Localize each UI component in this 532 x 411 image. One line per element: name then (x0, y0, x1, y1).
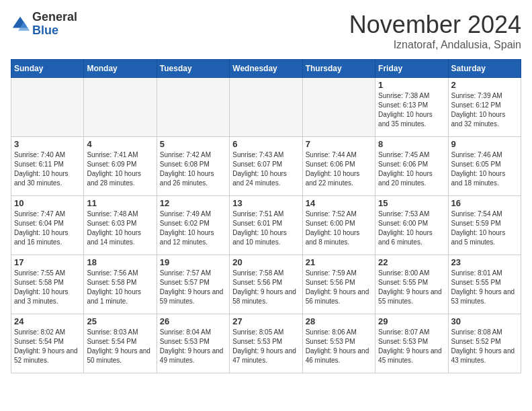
location-title: Iznatoraf, Andalusia, Spain (349, 39, 521, 51)
day-info: Sunrise: 7:55 AM Sunset: 5:58 PM Dayligh… (14, 269, 81, 306)
day-number: 28 (306, 316, 372, 326)
day-number: 26 (160, 316, 226, 326)
day-number: 4 (87, 139, 153, 149)
calendar-cell: 14Sunrise: 7:52 AM Sunset: 6:00 PM Dayli… (302, 196, 375, 255)
calendar-cell (84, 78, 157, 137)
calendar-cell: 24Sunrise: 8:02 AM Sunset: 5:54 PM Dayli… (11, 314, 84, 373)
day-info: Sunrise: 7:47 AM Sunset: 6:04 PM Dayligh… (14, 210, 81, 247)
day-number: 5 (160, 139, 226, 149)
calendar-cell: 30Sunrise: 8:08 AM Sunset: 5:52 PM Dayli… (448, 314, 521, 373)
calendar-header: SundayMondayTuesdayWednesdayThursdayFrid… (11, 60, 521, 78)
day-number: 11 (87, 198, 153, 208)
day-number: 30 (451, 316, 518, 326)
logo-icon (11, 15, 30, 34)
day-number: 19 (160, 257, 226, 267)
day-number: 27 (232, 316, 299, 326)
header: General Blue November 2024 Iznatoraf, An… (11, 11, 521, 51)
day-number: 14 (306, 198, 372, 208)
day-number: 15 (378, 198, 445, 208)
calendar-cell: 6Sunrise: 7:43 AM Sunset: 6:07 PM Daylig… (230, 137, 302, 196)
calendar-cell: 12Sunrise: 7:49 AM Sunset: 6:02 PM Dayli… (157, 196, 229, 255)
calendar-week: 10Sunrise: 7:47 AM Sunset: 6:04 PM Dayli… (11, 196, 521, 255)
logo-text: General Blue (32, 11, 77, 38)
calendar-body: 1Sunrise: 7:38 AM Sunset: 6:13 PM Daylig… (11, 78, 521, 373)
calendar-cell: 4Sunrise: 7:41 AM Sunset: 6:09 PM Daylig… (84, 137, 157, 196)
day-info: Sunrise: 8:05 AM Sunset: 5:53 PM Dayligh… (232, 328, 299, 365)
day-number: 7 (306, 139, 372, 149)
calendar-cell: 8Sunrise: 7:45 AM Sunset: 6:06 PM Daylig… (375, 137, 448, 196)
day-info: Sunrise: 8:02 AM Sunset: 5:54 PM Dayligh… (14, 328, 81, 365)
calendar-cell: 27Sunrise: 8:05 AM Sunset: 5:53 PM Dayli… (230, 314, 302, 373)
calendar-table: SundayMondayTuesdayWednesdayThursdayFrid… (11, 59, 521, 373)
calendar-cell: 25Sunrise: 8:03 AM Sunset: 5:54 PM Dayli… (84, 314, 157, 373)
day-info: Sunrise: 7:46 AM Sunset: 6:05 PM Dayligh… (451, 150, 518, 188)
calendar-week: 1Sunrise: 7:38 AM Sunset: 6:13 PM Daylig… (11, 78, 521, 137)
logo-blue: Blue (32, 24, 58, 37)
calendar-cell: 2Sunrise: 7:39 AM Sunset: 6:12 PM Daylig… (448, 78, 521, 137)
calendar-cell: 13Sunrise: 7:51 AM Sunset: 6:01 PM Dayli… (230, 196, 302, 255)
calendar-cell: 9Sunrise: 7:46 AM Sunset: 6:05 PM Daylig… (448, 137, 521, 196)
calendar-cell: 22Sunrise: 8:00 AM Sunset: 5:55 PM Dayli… (375, 255, 448, 314)
day-number: 23 (451, 257, 518, 267)
day-info: Sunrise: 8:01 AM Sunset: 5:55 PM Dayligh… (451, 269, 518, 306)
calendar-cell (230, 78, 302, 137)
day-info: Sunrise: 7:41 AM Sunset: 6:09 PM Dayligh… (87, 150, 153, 188)
day-info: Sunrise: 7:57 AM Sunset: 5:57 PM Dayligh… (160, 269, 226, 306)
calendar-cell: 23Sunrise: 8:01 AM Sunset: 5:55 PM Dayli… (448, 255, 521, 314)
calendar-week: 24Sunrise: 8:02 AM Sunset: 5:54 PM Dayli… (11, 314, 521, 373)
day-info: Sunrise: 7:54 AM Sunset: 5:59 PM Dayligh… (451, 210, 518, 247)
calendar-cell: 10Sunrise: 7:47 AM Sunset: 6:04 PM Dayli… (11, 196, 84, 255)
day-number: 21 (306, 257, 372, 267)
calendar-cell (11, 78, 84, 137)
day-info: Sunrise: 7:49 AM Sunset: 6:02 PM Dayligh… (160, 210, 226, 247)
calendar-cell (157, 78, 229, 137)
day-number: 18 (87, 257, 153, 267)
day-info: Sunrise: 7:48 AM Sunset: 6:03 PM Dayligh… (87, 210, 153, 247)
day-info: Sunrise: 7:51 AM Sunset: 6:01 PM Dayligh… (232, 210, 299, 247)
day-number: 6 (232, 139, 299, 149)
day-info: Sunrise: 7:59 AM Sunset: 5:56 PM Dayligh… (306, 269, 372, 306)
calendar-week: 3Sunrise: 7:40 AM Sunset: 6:11 PM Daylig… (11, 137, 521, 196)
calendar-cell: 29Sunrise: 8:07 AM Sunset: 5:53 PM Dayli… (375, 314, 448, 373)
day-info: Sunrise: 7:56 AM Sunset: 5:58 PM Dayligh… (87, 269, 153, 306)
day-info: Sunrise: 8:04 AM Sunset: 5:53 PM Dayligh… (160, 328, 226, 365)
day-number: 12 (160, 198, 226, 208)
calendar-cell: 18Sunrise: 7:56 AM Sunset: 5:58 PM Dayli… (84, 255, 157, 314)
weekday-header: Wednesday (230, 60, 302, 78)
calendar-cell: 21Sunrise: 7:59 AM Sunset: 5:56 PM Dayli… (302, 255, 375, 314)
day-info: Sunrise: 8:00 AM Sunset: 5:55 PM Dayligh… (378, 269, 445, 306)
calendar-cell: 20Sunrise: 7:58 AM Sunset: 5:56 PM Dayli… (230, 255, 302, 314)
day-number: 16 (451, 198, 518, 208)
day-info: Sunrise: 7:39 AM Sunset: 6:12 PM Dayligh… (451, 91, 518, 129)
weekday-header: Monday (84, 60, 157, 78)
calendar-cell: 11Sunrise: 7:48 AM Sunset: 6:03 PM Dayli… (84, 196, 157, 255)
day-number: 25 (87, 316, 153, 326)
day-info: Sunrise: 8:06 AM Sunset: 5:53 PM Dayligh… (306, 328, 372, 365)
day-info: Sunrise: 7:43 AM Sunset: 6:07 PM Dayligh… (232, 150, 299, 188)
day-info: Sunrise: 8:07 AM Sunset: 5:53 PM Dayligh… (378, 328, 445, 365)
weekday-header: Thursday (302, 60, 375, 78)
calendar-cell: 5Sunrise: 7:42 AM Sunset: 6:08 PM Daylig… (157, 137, 229, 196)
calendar-cell: 16Sunrise: 7:54 AM Sunset: 5:59 PM Dayli… (448, 196, 521, 255)
day-number: 13 (232, 198, 299, 208)
calendar-cell: 1Sunrise: 7:38 AM Sunset: 6:13 PM Daylig… (375, 78, 448, 137)
day-number: 22 (378, 257, 445, 267)
day-info: Sunrise: 7:58 AM Sunset: 5:56 PM Dayligh… (232, 269, 299, 306)
day-info: Sunrise: 7:45 AM Sunset: 6:06 PM Dayligh… (378, 150, 445, 188)
day-number: 3 (14, 139, 81, 149)
day-number: 9 (451, 139, 518, 149)
weekday-header: Tuesday (157, 60, 229, 78)
day-number: 2 (451, 80, 518, 90)
weekday-header: Sunday (11, 60, 84, 78)
day-info: Sunrise: 7:52 AM Sunset: 6:00 PM Dayligh… (306, 210, 372, 247)
weekday-row: SundayMondayTuesdayWednesdayThursdayFrid… (11, 60, 521, 78)
day-number: 29 (378, 316, 445, 326)
weekday-header: Saturday (448, 60, 521, 78)
weekday-header: Friday (375, 60, 448, 78)
day-info: Sunrise: 7:40 AM Sunset: 6:11 PM Dayligh… (14, 150, 81, 188)
day-info: Sunrise: 8:03 AM Sunset: 5:54 PM Dayligh… (87, 328, 153, 365)
day-info: Sunrise: 7:53 AM Sunset: 6:00 PM Dayligh… (378, 210, 445, 247)
calendar-cell: 15Sunrise: 7:53 AM Sunset: 6:00 PM Dayli… (375, 196, 448, 255)
calendar-week: 17Sunrise: 7:55 AM Sunset: 5:58 PM Dayli… (11, 255, 521, 314)
calendar-cell (302, 78, 375, 137)
